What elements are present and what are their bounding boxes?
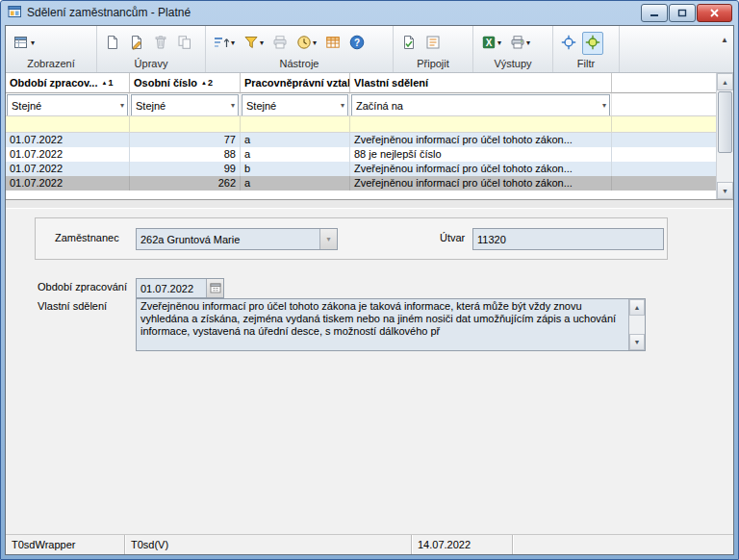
crosshair-active-icon bbox=[585, 35, 600, 52]
toolbar-group-filter: Filtr bbox=[553, 26, 620, 72]
minimize-button[interactable] bbox=[641, 4, 668, 22]
dropdown-arrow-icon: ▾ bbox=[260, 39, 264, 47]
toolbar-group-attach: Připojit bbox=[394, 26, 473, 72]
print-output-button[interactable]: ▾ bbox=[507, 32, 533, 55]
grid-cell[interactable]: a bbox=[241, 176, 350, 191]
grid-cell[interactable]: 88 bbox=[130, 147, 241, 162]
copy-icon bbox=[177, 35, 192, 52]
table-row[interactable]: 01.07.2022 77 a Zveřejněnou informací pr… bbox=[6, 133, 716, 147]
maximize-button[interactable] bbox=[669, 4, 696, 22]
scroll-up-button[interactable]: ▲ bbox=[629, 299, 645, 316]
grid-cell[interactable]: 88 je nejlepší číslo bbox=[350, 147, 612, 162]
sort-order-badge: ▲1 bbox=[101, 78, 113, 88]
grid-cell[interactable]: 01.07.2022 bbox=[6, 176, 130, 191]
period-field[interactable]: 01.07.2022 bbox=[136, 278, 224, 298]
filter-input-filler bbox=[612, 115, 716, 133]
column-header-osobni-cislo[interactable]: Osobní číslo ▲2 bbox=[130, 73, 241, 93]
grid-cell[interactable]: 01.07.2022 bbox=[6, 147, 130, 162]
scroll-down-button[interactable]: ▼ bbox=[629, 334, 645, 350]
crosshair-icon bbox=[561, 35, 576, 52]
attach-list-button[interactable] bbox=[422, 32, 444, 55]
grid-cell[interactable]: 01.07.2022 bbox=[6, 133, 130, 147]
toolbar-group-label: Nástroje bbox=[211, 57, 388, 71]
column-header-obdobi[interactable]: Období zpracov... ▲1 bbox=[6, 73, 130, 93]
message-scrollbar[interactable]: ▲ ▼ bbox=[628, 299, 645, 350]
table-button[interactable] bbox=[322, 32, 344, 55]
column-header-sdeleni[interactable]: Vlastní sdělení bbox=[350, 73, 612, 93]
filter-operator-combo-cislo[interactable]: Stejné▾ bbox=[131, 94, 239, 116]
dropdown-arrow-icon: ▾ bbox=[313, 39, 317, 47]
toolbar: ▾ Zobrazení Úpravy ▾ bbox=[6, 26, 733, 73]
grid-cell[interactable]: a bbox=[241, 147, 350, 162]
toolbar-overflow-button[interactable]: ▲ bbox=[718, 34, 731, 46]
filter-input-cislo[interactable] bbox=[130, 115, 241, 133]
grid-cell[interactable]: 262 bbox=[130, 176, 241, 191]
filter-operator-combo-vztah[interactable]: Stejné▾ bbox=[242, 94, 348, 116]
recalc-button[interactable]: ▾ bbox=[293, 32, 319, 55]
grid-empty-area bbox=[6, 191, 716, 199]
scroll-up-icon: ▲ bbox=[634, 304, 641, 311]
grid-cell[interactable]: 77 bbox=[130, 133, 241, 147]
client-area: ▾ Zobrazení Úpravy ▾ bbox=[5, 25, 734, 555]
dropdown-arrow-icon: ▾ bbox=[231, 39, 235, 47]
filter-input-obdobi[interactable] bbox=[6, 115, 130, 133]
grid-cell[interactable]: Zveřejněnou informací pro účel tohoto zá… bbox=[350, 133, 612, 147]
funnel-icon bbox=[243, 35, 259, 52]
grid-cell[interactable]: Zveřejněnou informací pro účel tohoto zá… bbox=[350, 176, 612, 191]
grid-vertical-scrollbar[interactable]: ▲ ▼ bbox=[716, 73, 733, 199]
filter-operator-combo-sdeleni[interactable]: Začíná na▾ bbox=[351, 94, 610, 116]
new-record-button[interactable] bbox=[102, 32, 123, 55]
department-field[interactable]: 11320 bbox=[472, 228, 664, 250]
filter-active-button[interactable] bbox=[582, 32, 603, 55]
help-button[interactable]: ? bbox=[346, 32, 368, 55]
filter-button[interactable]: ▾ bbox=[241, 32, 267, 55]
scrollbar-track[interactable] bbox=[629, 316, 645, 334]
message-textarea[interactable]: Zveřejněnou informací pro účel tohoto zá… bbox=[136, 298, 646, 351]
message-text: Zveřejněnou informací pro účel tohoto zá… bbox=[137, 299, 628, 350]
export-excel-button[interactable]: X ▾ bbox=[478, 32, 504, 55]
copy-record-button[interactable] bbox=[174, 32, 195, 55]
filter-operator-combo-obdobi[interactable]: Stejné▾ bbox=[7, 94, 128, 116]
grid-cell[interactable]: 99 bbox=[130, 162, 241, 176]
grid-detail-splitter[interactable] bbox=[6, 200, 733, 209]
table-row[interactable]: 01.07.2022 88 a 88 je nejlepší číslo bbox=[6, 147, 716, 162]
detail-panel: Zaměstnanec 262a Gruntová Marie ▾ Útvar … bbox=[6, 209, 733, 534]
grid-cell[interactable]: a bbox=[241, 133, 350, 147]
chevron-down-icon: ▾ bbox=[120, 101, 124, 110]
filter-operator-row: Stejné▾ Stejné▾ Stejné▾ Začíná na▾ bbox=[6, 93, 716, 115]
employee-combo-button[interactable]: ▾ bbox=[319, 229, 337, 249]
chevron-up-icon: ▲ bbox=[721, 36, 728, 44]
grid-cell[interactable]: 01.07.2022 bbox=[6, 162, 130, 176]
attach-edit-button[interactable] bbox=[398, 32, 420, 55]
view-menu-button[interactable]: ▾ bbox=[11, 32, 38, 55]
edit-record-button[interactable] bbox=[126, 32, 147, 55]
toolbar-group-label: Úpravy bbox=[102, 57, 200, 71]
table-row[interactable]: 01.07.2022 99 b Zveřejněnou informací pr… bbox=[6, 162, 716, 176]
toolbar-group-tools: ▾ ▾ ▾ ? Nástroje bbox=[206, 26, 394, 72]
column-header-vztah[interactable]: Pracovněprávní vztah bbox=[241, 73, 350, 93]
scrollbar-track[interactable] bbox=[717, 154, 733, 182]
delete-record-button[interactable] bbox=[150, 32, 171, 55]
grid-cell[interactable]: Zveřejněnou informací pro účel tohoto zá… bbox=[350, 162, 612, 176]
toolbar-group-label: Připojit bbox=[398, 57, 468, 71]
filter-target-button[interactable] bbox=[558, 32, 579, 55]
calendar-button[interactable] bbox=[206, 279, 223, 297]
close-button[interactable] bbox=[697, 4, 732, 22]
scrollbar-thumb[interactable] bbox=[718, 91, 732, 153]
sort-button[interactable]: ▾ bbox=[211, 32, 238, 55]
title-bar: Sdělení zaměstnancům - Platné bbox=[1, 1, 738, 24]
grid-cell[interactable]: b bbox=[241, 162, 350, 176]
scroll-down-button[interactable]: ▼ bbox=[717, 182, 733, 199]
filter-input-sdeleni[interactable] bbox=[350, 115, 612, 133]
help-icon: ? bbox=[349, 35, 365, 52]
column-header-label: Pracovněprávní vztah bbox=[244, 77, 350, 89]
print-button[interactable] bbox=[269, 32, 291, 55]
filter-row-filler bbox=[612, 93, 716, 115]
period-value: 01.07.2022 bbox=[137, 283, 206, 294]
scroll-up-button[interactable]: ▲ bbox=[717, 73, 733, 90]
filter-input-vztah[interactable] bbox=[241, 115, 350, 133]
table-row-selected[interactable]: 01.07.2022 262 a Zveřejněnou informací p… bbox=[6, 176, 716, 191]
employee-combo[interactable]: 262a Gruntová Marie ▾ bbox=[136, 228, 338, 250]
grid-cell-filler bbox=[612, 162, 716, 176]
attach-document-icon bbox=[401, 35, 417, 52]
